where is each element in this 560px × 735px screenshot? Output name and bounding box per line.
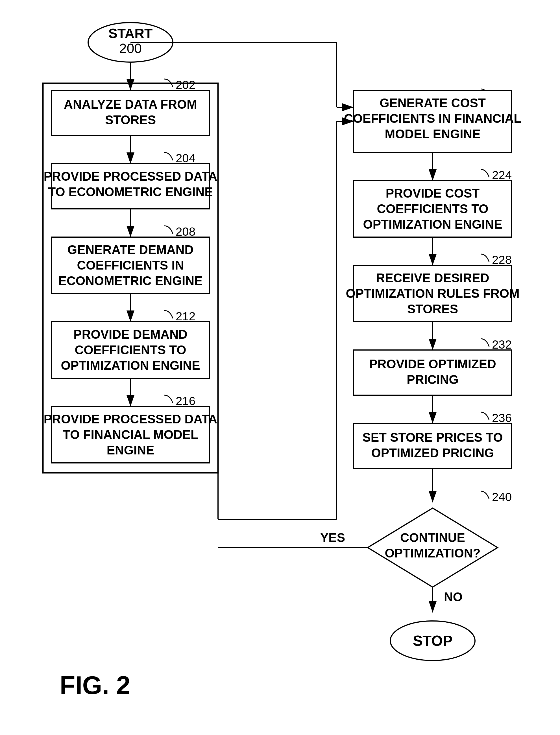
flowchart-svg: START 200 202 ANALYZE DATA FROM STORES 2… [26,11,534,717]
ref-line-232 [481,339,489,347]
ref-216: 216 [176,394,195,407]
ref-line-204 [164,152,173,160]
box-220-line1: GENERATE COST [380,96,486,110]
ref-line-208 [164,226,173,234]
box-202-line1: ANALYZE DATA FROM [64,97,197,111]
start-label: START [108,26,152,41]
page: START 200 202 ANALYZE DATA FROM STORES 2… [0,0,560,735]
ref-240: 240 [492,490,512,503]
box-216-line2: TO FINANCIAL MODEL [63,427,198,441]
box-208-line3: ECONOMETRIC ENGINE [58,274,202,288]
ref-232: 232 [492,338,512,351]
box-224-line3: OPTIMIZATION ENGINE [363,217,502,231]
ref-208: 208 [176,225,195,238]
diamond-240-line2: OPTIMIZATION? [385,546,480,560]
box-202-line2: STORES [105,113,156,127]
box-212-line1: PROVIDE DEMAND [73,328,187,341]
box-212-line3: OPTIMIZATION ENGINE [61,359,200,372]
ref-204: 204 [176,152,195,165]
ref-line-228 [481,254,489,262]
ref-212: 212 [176,310,195,323]
ref-line-212 [164,311,173,319]
box-216-line3: ENGINE [106,443,154,457]
box-236-line2: OPTIMIZED PRICING [371,446,494,460]
box-232-line1: PROVIDE OPTIMIZED [369,357,496,371]
box-224-line2: COEFFICIENTS TO [377,202,488,216]
box-208-line2: COEFFICIENTS IN [77,258,184,272]
box-224-line1: PROVIDE COST [385,186,480,200]
ref-line-236 [481,412,489,420]
diamond-240-line1: CONTINUE [400,531,465,544]
box-228-line3: STORES [407,302,458,316]
stop-label: STOP [413,632,452,649]
ref-236: 236 [492,411,512,424]
box-236-line1: SET STORE PRICES TO [362,430,503,444]
box-228-line2: OPTIMIZATION RULES FROM [346,287,519,300]
ref-line-224 [481,169,489,177]
box-204-line1: PROVIDE PROCESSED DATA [43,169,217,183]
box-220-line3: MODEL ENGINE [385,127,480,141]
ref-line-240 [481,491,489,499]
box-212-line2: COEFFICIENTS TO [75,343,186,357]
ref-line-216 [164,395,173,403]
box-232-line2: PRICING [407,372,458,386]
no-label: NO [444,590,463,604]
ref-224: 224 [492,169,512,182]
start-id: 200 [119,41,141,56]
ref-202: 202 [176,78,195,91]
yes-label: YES [320,531,345,544]
box-220-line2: COEFFICIENTS IN FINANCIAL [344,112,521,125]
box-228-line1: RECEIVE DESIRED [376,271,489,285]
diagram-container: START 200 202 ANALYZE DATA FROM STORES 2… [26,11,534,717]
box-204-line2: TO ECONOMETRIC ENGINE [48,185,213,199]
box-216-line1: PROVIDE PROCESSED DATA [43,412,217,426]
ref-228: 228 [492,253,512,267]
box-208-line1: GENERATE DEMAND [67,243,193,257]
fig-label: FIG. 2 [60,671,130,700]
